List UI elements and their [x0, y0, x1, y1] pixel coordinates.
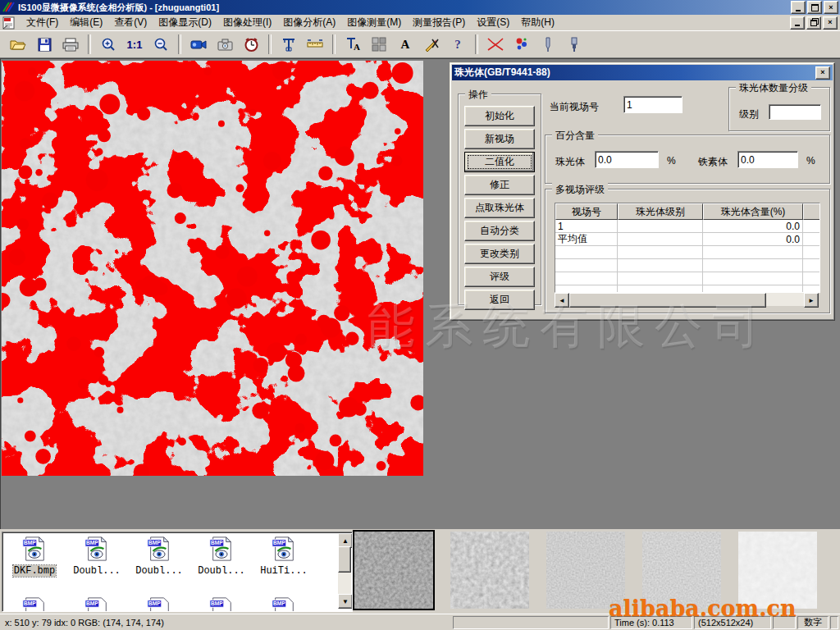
ruler-icon[interactable] [303, 33, 327, 56]
help-icon[interactable]: ? [445, 33, 470, 56]
col-ferrite-content[interactable]: 铁素体含量(%) [803, 203, 820, 220]
save-icon[interactable] [32, 33, 57, 56]
file-item[interactable]: BMP [66, 596, 127, 612]
table-row[interactable]: 平均值 0.0 [555, 233, 820, 246]
thumbnail-5[interactable] [738, 532, 817, 609]
toolbar-separator [268, 34, 272, 54]
phase-particles-icon[interactable] [509, 33, 534, 56]
menu-image-display[interactable]: 图像显示(D) [153, 14, 217, 31]
status-panel-empty [773, 616, 796, 629]
file-item[interactable]: BMP [191, 596, 252, 612]
actual-size-icon[interactable]: 1:1 [122, 33, 147, 56]
thumbnail-3[interactable] [546, 532, 625, 609]
mdi-close-button[interactable]: × [823, 16, 838, 30]
file-item[interactable]: BMP Doubl... [191, 536, 252, 577]
svg-text:BMP: BMP [273, 600, 285, 606]
menu-image-analysis[interactable]: 图像分析(A) [277, 14, 341, 31]
menu-help[interactable]: 帮助(H) [515, 14, 560, 31]
scroll-right-icon[interactable]: ► [804, 293, 819, 308]
grade-input[interactable] [769, 104, 821, 120]
file-item[interactable]: BMP [253, 596, 314, 612]
file-item[interactable]: BMP Doubl... [66, 536, 127, 577]
file-item[interactable]: BMP DKF.bmp [4, 536, 65, 577]
table-row[interactable]: 1 0.0 [555, 220, 820, 233]
grading-group: 珠光体数量分级 级别 [728, 87, 830, 131]
return-button[interactable]: 返回 [464, 290, 535, 310]
svg-text:BMP: BMP [211, 540, 223, 546]
micrograph-image[interactable] [2, 61, 423, 476]
camera-icon[interactable] [212, 33, 237, 56]
menu-edit[interactable]: 编辑(E) [64, 14, 108, 31]
table-horizontal-scrollbar[interactable]: ◄ ► [555, 293, 819, 306]
zoom-in-icon[interactable] [96, 33, 121, 56]
bmp-file-icon: BMP [271, 596, 297, 612]
dialog-title-bar[interactable]: 珠光体(GB/T9441-88) × [452, 65, 833, 80]
multifield-group: 多视场评级 视场号 珠光体级别 珠光体含量(%) 铁素体含量(%) 1 [545, 189, 830, 313]
curve-analysis-icon[interactable] [483, 33, 508, 56]
menu-settings[interactable]: 设置(S) [471, 14, 515, 31]
table-row-empty [555, 272, 820, 285]
scroll-left-icon[interactable]: ◄ [555, 293, 569, 308]
binarize-button[interactable]: 二值化 [464, 152, 535, 172]
caliper-icon[interactable] [276, 33, 301, 56]
file-item[interactable]: BMP [4, 596, 65, 612]
thumbnail-2[interactable] [450, 532, 529, 609]
document-icon[interactable] [2, 16, 17, 30]
minimize-button[interactable] [791, 1, 806, 14]
pen-probe-icon[interactable] [536, 33, 560, 56]
brush-tool-icon[interactable] [562, 33, 587, 56]
status-time: Time (s): 0.113 [610, 616, 692, 629]
file-item[interactable]: BMP [129, 596, 189, 612]
print-icon[interactable] [58, 33, 83, 56]
mdi-minimize-button[interactable] [790, 16, 805, 30]
measure-text-icon[interactable]: A [340, 33, 365, 56]
toolbar-separator [475, 34, 478, 54]
bmp-file-icon: BMP [271, 536, 297, 562]
pick-pearlite-button[interactable]: 点取珠光体 [464, 198, 535, 218]
thumbnail-4[interactable] [642, 532, 721, 609]
scroll-down-icon[interactable]: ▼ [338, 594, 353, 609]
grade-button[interactable]: 评级 [464, 267, 535, 287]
file-browser[interactable]: BMP DKF.bmp BMP Doubl... BMP Doubl... BM… [2, 532, 353, 612]
menu-measure-report[interactable]: 测量报告(P) [407, 14, 471, 31]
grading-table[interactable]: 视场号 珠光体级别 珠光体含量(%) 铁素体含量(%) 1 0.0 [555, 203, 820, 293]
initialize-button[interactable]: 初始化 [464, 106, 535, 126]
file-item[interactable]: BMP Doubl... [129, 536, 189, 577]
current-field-input[interactable] [623, 96, 682, 113]
video-camera-icon[interactable] [186, 33, 211, 56]
menu-image-processing[interactable]: 图像处理(I) [217, 14, 277, 31]
timer-icon[interactable] [239, 33, 263, 56]
ferrite-unit: % [806, 155, 815, 167]
grid-icon[interactable] [367, 33, 391, 56]
close-button[interactable]: × [824, 1, 838, 14]
menu-file[interactable]: 文件(F) [21, 14, 64, 31]
open-icon[interactable] [6, 33, 30, 56]
maximize-button[interactable] [807, 1, 822, 14]
thumbnail-1[interactable] [354, 532, 433, 609]
svg-text:A: A [354, 42, 360, 52]
change-class-button[interactable]: 更改类别 [464, 244, 535, 264]
draw-edit-icon[interactable] [419, 33, 444, 56]
col-field-number[interactable]: 视场号 [555, 203, 618, 220]
pearlite-input[interactable] [595, 151, 659, 168]
file-item[interactable]: BMP HuiTi... [253, 536, 314, 577]
title-bar: IS100显微摄像系统(金相分析版) - [zhuguangti01] × [0, 0, 840, 15]
application-window: IS100显微摄像系统(金相分析版) - [zhuguangti01] × 文件… [0, 0, 840, 630]
col-pearlite-grade[interactable]: 珠光体级别 [618, 203, 703, 220]
menu-image-measure[interactable]: 图像测量(M) [341, 14, 407, 31]
new-field-button[interactable]: 新视场 [464, 129, 535, 149]
zoom-out-icon[interactable] [148, 33, 173, 56]
scrollbar-thumb[interactable] [338, 546, 351, 573]
col-pearlite-content[interactable]: 珠光体含量(%) [703, 203, 803, 220]
dialog-close-button[interactable]: × [815, 66, 830, 80]
file-list-scrollbar[interactable]: ▲ ▼ [338, 533, 351, 609]
text-annotation-icon[interactable]: A [393, 33, 418, 56]
menu-view[interactable]: 查看(V) [108, 14, 153, 31]
mdi-restore-button[interactable] [806, 16, 821, 30]
svg-text:BMP: BMP [273, 540, 285, 546]
bmp-file-icon: BMP [146, 536, 172, 562]
scrollbar-thumb[interactable] [569, 293, 766, 308]
auto-classify-button[interactable]: 自动分类 [464, 221, 535, 241]
correct-button[interactable]: 修正 [464, 175, 535, 195]
ferrite-input[interactable] [737, 151, 798, 168]
